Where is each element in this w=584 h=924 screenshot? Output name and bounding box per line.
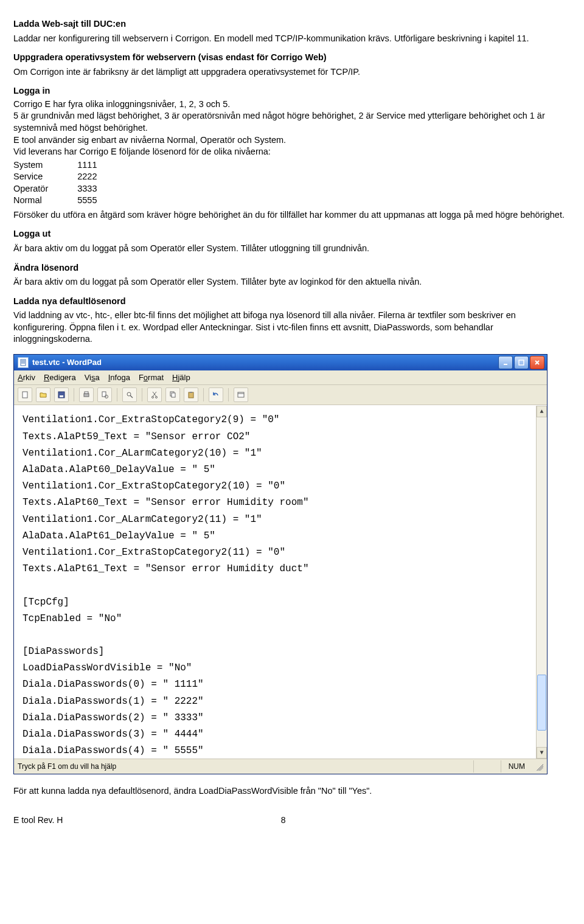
cut-icon[interactable] (147, 387, 162, 402)
svg-line-16 (130, 395, 133, 398)
menu-visa[interactable]: Visa (85, 372, 100, 383)
para-logga-in-3: E tool använder sig enbart av nivåerna N… (13, 134, 571, 147)
heading-andra-losenord: Ändra lösenord (13, 262, 571, 274)
scroll-thumb[interactable] (537, 675, 546, 731)
vertical-scrollbar[interactable]: ▲ ▼ (536, 406, 547, 759)
wordpad-icon (18, 357, 29, 368)
status-blank (473, 760, 501, 773)
editor-area[interactable]: Ventilation1.Cor_ExtraStopCategory2(9) =… (14, 405, 547, 759)
toolbar-separator (203, 388, 204, 401)
open-file-icon[interactable] (36, 387, 50, 402)
footer-left: E tool Rev. H (13, 815, 63, 826)
menu-infoga[interactable]: Infoga (108, 372, 130, 383)
copy-icon[interactable] (165, 387, 180, 402)
print-preview-icon[interactable] (97, 387, 112, 402)
editor-content: Ventilation1.Cor_ExtraStopCategory2(9) =… (23, 414, 308, 756)
para-logga-in-1: Corrigo E har fyra olika inloggningsnivå… (13, 99, 571, 111)
svg-rect-23 (189, 392, 193, 398)
scroll-up-icon[interactable]: ▲ (537, 406, 547, 417)
svg-rect-24 (190, 392, 192, 393)
svg-rect-8 (23, 392, 27, 398)
table-row: Operatör3333 (13, 183, 127, 195)
paste-icon[interactable] (184, 387, 198, 402)
svg-rect-5 (519, 360, 524, 365)
para-ladda-web: Laddar ner konfigurering till webservern… (13, 33, 571, 45)
scroll-track[interactable] (537, 417, 547, 747)
toolbar-separator (117, 388, 117, 401)
heading-ladda-web: Ladda Web-sajt till DUC:en (13, 18, 571, 30)
para-andra-losenord: Är bara aktiv om du loggat på som Operat… (13, 276, 571, 288)
table-row: System1111 (13, 159, 127, 172)
pw-name: Service (13, 171, 77, 183)
para-logga-ut: Är bara aktiv om du loggat på som Operat… (13, 243, 571, 255)
table-row: Service2222 (13, 171, 127, 183)
para-logga-in-4: Vid leverans har Corrigo E följande löse… (13, 146, 571, 158)
page-footer: E tool Rev. H 8 (13, 815, 571, 826)
new-file-icon[interactable] (18, 387, 32, 402)
menu-redigera[interactable]: Redigera (44, 372, 76, 383)
password-table: System1111 Service2222 Operatör3333 Norm… (13, 159, 127, 207)
svg-rect-25 (238, 392, 244, 397)
menubar: Arkiv Redigera Visa Infoga Format Hjälp (14, 370, 547, 386)
para-logga-in-2: 5 är grundnivån med lägst behörighet, 3 … (13, 110, 571, 134)
save-icon[interactable] (54, 387, 69, 402)
close-button[interactable] (530, 356, 544, 369)
toolbar (14, 385, 547, 405)
pw-value: 3333 (77, 183, 126, 195)
find-icon[interactable] (122, 387, 137, 402)
svg-rect-12 (85, 392, 88, 394)
heading-ladda-nya: Ladda nya defaultlösenord (13, 296, 571, 308)
para-ladda-nya: Vid laddning av vtc-, htc-, eller btc-fi… (13, 310, 571, 346)
svg-rect-10 (60, 395, 63, 397)
svg-rect-22 (172, 393, 175, 397)
pw-value: 2222 (77, 171, 126, 183)
statusbar: Tryck på F1 om du vill ha hjälp NUM (14, 759, 547, 774)
menu-arkiv[interactable]: Arkiv (18, 372, 35, 383)
svg-point-19 (152, 397, 154, 398)
heading-uppgradera: Uppgradera operativsystem för webservern… (13, 52, 571, 64)
status-left: Tryck på F1 om du vill ha hjälp (18, 762, 116, 771)
pw-name: Operatör (13, 183, 77, 195)
table-row: Normal5555 (13, 195, 127, 207)
pw-value: 1111 (77, 159, 126, 172)
minimize-button[interactable] (498, 356, 513, 369)
pw-name: System (13, 159, 77, 172)
heading-logga-ut: Logga ut (13, 228, 571, 240)
para-logga-in-5: Försöker du utföra en åtgärd som kräver … (13, 209, 571, 221)
maximize-button[interactable] (514, 356, 529, 369)
wordpad-window: test.vtc - WordPad Arkiv Redigera Visa I… (13, 354, 548, 775)
svg-point-20 (156, 397, 158, 398)
menu-hjalp[interactable]: Hjälp (172, 372, 190, 383)
status-num: NUM (501, 760, 532, 773)
scroll-down-icon[interactable]: ▼ (537, 747, 547, 759)
para-after-image: För att kunna ladda nya defaultlösenord,… (13, 785, 571, 797)
svg-rect-11 (84, 394, 89, 397)
resize-grip-icon[interactable] (535, 762, 543, 771)
footer-page: 8 (63, 815, 504, 826)
titlebar[interactable]: test.vtc - WordPad (14, 355, 547, 370)
print-icon[interactable] (79, 387, 94, 402)
heading-logga-in: Logga in (13, 85, 571, 97)
pw-value: 5555 (77, 195, 126, 207)
toolbar-separator (228, 388, 229, 401)
toolbar-separator (74, 388, 74, 401)
datetime-icon[interactable] (234, 387, 248, 402)
menu-format[interactable]: Format (139, 372, 164, 383)
undo-icon[interactable] (209, 387, 223, 402)
titlebar-text: test.vtc - WordPad (32, 357, 498, 368)
para-uppgradera: Om Corrigon inte är fabriksny är det läm… (13, 66, 571, 78)
pw-name: Normal (13, 195, 77, 207)
toolbar-separator (142, 388, 142, 401)
